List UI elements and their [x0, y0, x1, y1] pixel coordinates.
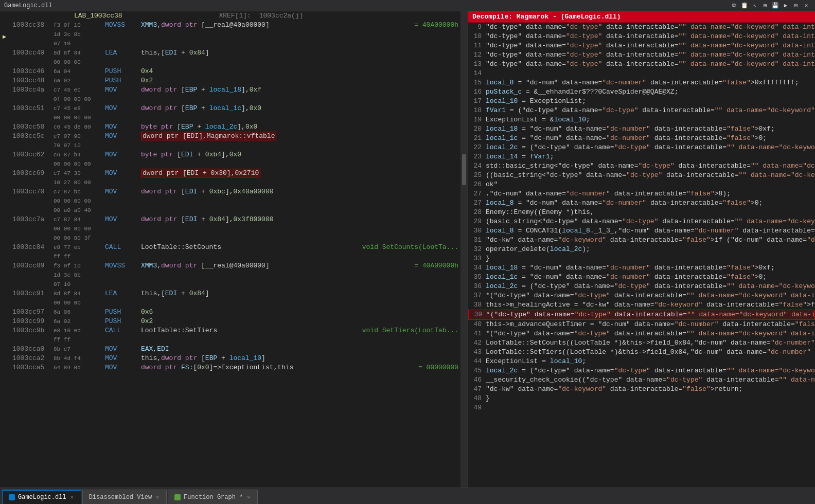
decomp-line: 27local_8 = "dc-num" data-name="dc-numbe… — [468, 199, 815, 208]
dc-string: "" data-name="dc-keyword" data-interacta… — [751, 162, 815, 170]
asm-address — [12, 252, 54, 261]
asm-operands — [141, 280, 458, 289]
asm-operands: 0x2 — [141, 76, 458, 85]
asm-mnemonic: LEA — [105, 48, 141, 58]
asm-bytes: e8 77 ee — [54, 243, 105, 252]
tab-gamelogic[interactable]: GameLogic.dll ✕ — [2, 490, 81, 504]
decomp-line: 20local_18 = "dc-num" data-name="dc-numb… — [468, 124, 815, 134]
disassembly-panel: ▶ LAB_1003cc38 XREF[1]: 1003cc2a(j) 1003… — [0, 11, 468, 488]
paste-icon[interactable]: 📋 — [740, 1, 749, 10]
asm-bytes: f3 0f 10 — [54, 21, 105, 30]
asm-address: 1003cc69 — [12, 169, 54, 178]
asm-line: 1003cc918d 8f 84LEAthis,[EDI + 0x84] — [10, 289, 460, 298]
save-icon[interactable]: 💾 — [771, 1, 780, 10]
line-number: 41 — [470, 329, 486, 338]
asm-scrollbar[interactable] — [460, 11, 468, 488]
line-content: LootTable::SetTiers((LootTable *)&this->… — [486, 348, 815, 357]
dc-string: " data-name=" — [682, 60, 734, 68]
dc-string: "dc-type" — [574, 330, 610, 337]
asm-line: 07 10 — [10, 280, 460, 289]
asm-operands — [141, 178, 458, 187]
decomp-line: 11"dc-type" data-name="dc-type" data-int… — [468, 41, 815, 50]
line-content: local_18 = "dc-num" data-name="dc-number… — [486, 124, 813, 134]
decomp-line: 30local_8 = CONCAT31(local_8._1_3_,"dc-n… — [468, 226, 815, 236]
decomp-line: 44ExceptionList = local_10; — [468, 357, 815, 366]
op-num: 0x4 — [141, 67, 153, 75]
grid-icon[interactable]: ⊞ — [760, 1, 770, 10]
asm-bytes: 00 00 00 00 — [54, 196, 105, 206]
dc-string: "dc-type" — [534, 143, 570, 151]
line-content: } — [486, 254, 813, 263]
decomp-line: 43LootTable::SetTiers((LootTable *)&this… — [468, 348, 815, 357]
asm-bytes: 1d 3c 8b — [54, 271, 105, 280]
dc-variable: fVar1 — [486, 106, 506, 114]
asm-bytes: 10 27 00 00 — [54, 178, 105, 187]
dc-string: "" data-name="dc-keyword" data-interacta… — [679, 51, 816, 59]
line-number: 17 — [470, 97, 486, 106]
dc-string: "dc-num" — [530, 273, 562, 281]
line-number: 33 — [470, 254, 486, 263]
asm-line: 1003cca08b c7MOVEAX,EDI — [10, 345, 460, 354]
dc-variable: local_2c — [486, 143, 518, 151]
copy-icon[interactable]: ⧉ — [730, 1, 739, 10]
run-icon[interactable]: ▶ — [781, 1, 790, 10]
line-content: *("dc-type" data-name="dc-type" data-int… — [486, 291, 815, 300]
asm-address — [12, 224, 54, 233]
dc-string: "false" — [795, 320, 815, 328]
asm-label: LAB_1003cc38 XREF[1]: 1003cc2a(j) — [12, 11, 304, 21]
disassembly-code-area[interactable]: LAB_1003cc38 XREF[1]: 1003cc2a(j) 1003cc… — [10, 11, 460, 488]
decomp-line: 48} — [468, 394, 815, 403]
line-number: 13 — [470, 60, 486, 69]
dc-string: " data-interactable=" — [775, 42, 815, 49]
tab-disassembled-close[interactable]: ✕ — [155, 493, 160, 501]
asm-mnemonic: MOV — [105, 215, 141, 224]
asm-operands — [141, 206, 458, 215]
asm-address: 1003cca5 — [12, 363, 54, 372]
decomp-line: 42LootTable::SetCounts((LootTable *)&thi… — [468, 338, 815, 348]
op-reg: EBP — [185, 104, 197, 112]
dc-variable: local_18 — [486, 125, 518, 133]
asm-operands: byte ptr [EBP + local_2c],0x0 — [141, 122, 458, 132]
dc-variable: puStack_c — [486, 88, 522, 96]
asm-address — [12, 271, 54, 280]
asm-bytes: 6a 04 — [54, 67, 105, 76]
asm-operands: this,[EDI + 0x84] — [141, 48, 458, 58]
asm-mnemonic: MOV — [105, 104, 141, 113]
asm-operands: XMM3,dword ptr [__real@40a00000] — [141, 21, 404, 30]
asm-address — [12, 298, 54, 308]
asm-line: 1003cc5cc7 07 90MOVdword ptr [EDI],Magma… — [10, 132, 460, 141]
decomp-line: 47"dc-kw" data-name="dc-keyword" data-in… — [468, 385, 815, 394]
tab-disassembled[interactable]: Disassembled View ✕ — [82, 490, 167, 504]
dc-string: " data-interactable=" — [775, 60, 815, 68]
line-content: this->m_advanceQuestTimer = "dc-num" dat… — [486, 320, 815, 329]
tab-function-graph-close[interactable]: ✕ — [246, 493, 251, 501]
tab-function-graph[interactable]: Function Graph * ✕ — [168, 490, 258, 504]
asm-address: 1003cc51 — [12, 104, 54, 113]
arrow-column: ▶ — [0, 11, 10, 488]
close-icon[interactable]: ✕ — [802, 1, 811, 10]
line-content: local_2c = ("dc-type" data-name="dc-type… — [486, 143, 815, 152]
asm-line: 1003cc38f3 0f 10MOVSSXMM3,dword ptr [__r… — [10, 21, 460, 30]
dc-string: "dc-type" — [575, 311, 611, 318]
op-reg: EBP — [181, 123, 193, 131]
line-content: ExceptionList = &local_10; — [486, 115, 813, 124]
cursor-icon[interactable]: ↖ — [750, 1, 759, 10]
asm-bytes: ff ff — [54, 252, 105, 261]
line-content: "dc-type" data-name="dc-type" data-inter… — [486, 23, 815, 32]
layout-icon[interactable]: ⊟ — [791, 1, 801, 10]
asm-bytes: 70 07 10 — [54, 141, 105, 150]
dc-string: "dc-type" — [566, 51, 602, 59]
dc-string: "dc-kw" — [486, 236, 514, 244]
asm-mnemonic — [105, 298, 141, 308]
line-number: 16 — [470, 87, 486, 97]
decomp-line: 26 ok" — [468, 180, 815, 189]
dc-string: "dc-num" — [690, 348, 722, 356]
tab-gamelogic-close[interactable]: ✕ — [69, 493, 75, 501]
line-content: "dc-type" data-name="dc-type" data-inter… — [486, 60, 815, 69]
dc-string: "" data-name="dc-keyword" data-interacta… — [686, 292, 815, 299]
asm-header: LAB_1003cc38 XREF[1]: 1003cc2a(j) — [10, 11, 460, 21]
dc-string: "dc-type" — [566, 42, 602, 49]
dc-variable: local_8 — [486, 79, 514, 86]
dc-string: " data-name=" — [690, 292, 742, 299]
decompile-code-area[interactable]: 9"dc-type" data-name="dc-type" data-inte… — [468, 23, 815, 488]
